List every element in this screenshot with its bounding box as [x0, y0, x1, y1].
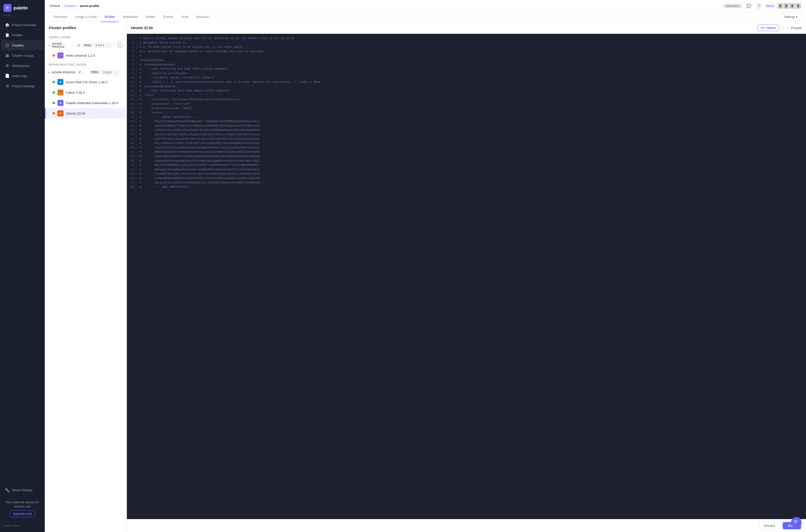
addon-more-icon[interactable]: ⋮ [112, 43, 115, 47]
search-fab-button[interactable]: 🔍 [791, 517, 802, 528]
code-editor[interactable]: 1234567891011121314151617181920212223242… [127, 34, 806, 519]
addon-proj-badge: PROJ [83, 43, 92, 47]
breadcrumb-clusters[interactable]: Clusters [64, 4, 76, 8]
dot-calico [53, 91, 55, 94]
profiles-icon: 📋 [5, 33, 10, 37]
infra-version-value: 1.0.0 [103, 71, 109, 74]
layer-calico[interactable]: 🐯 Calico 3.26.1 [45, 87, 127, 98]
tab-events[interactable]: Events [159, 12, 177, 22]
topbar-right: 129/100kCh 💬 ? Docs ▊ ▊ ▊ ▊ [723, 2, 801, 10]
sidebar-item-label: Project Overview [12, 23, 36, 27]
tab-workloads[interactable]: Workloads [119, 12, 142, 22]
audit-logs-icon: 📄 [5, 74, 10, 78]
environment-selector[interactable]: Default [50, 4, 60, 8]
sidebar-item-project-overview[interactable]: 🏠 Project Overview [1, 20, 43, 30]
topbar: Default / Clusters / azure-profile 129/1… [45, 0, 806, 12]
infra-profile-name: AZURE-PROFILE [52, 71, 76, 74]
tab-scan[interactable]: Scan [177, 12, 193, 22]
editor-more-icon[interactable]: ⋮ [782, 25, 786, 30]
help-icon-btn[interactable]: ? [756, 2, 763, 10]
tab-backups[interactable]: Backups [193, 12, 213, 22]
upgrade-button[interactable]: Upgrade now [9, 510, 36, 517]
sidebar-logo: P palette [0, 0, 45, 14]
dot-ubuntu [53, 112, 55, 115]
discard-button[interactable]: Discard [759, 522, 780, 530]
sidebar-item-audit-logs[interactable]: 📄 Audit Logs [1, 71, 43, 81]
icon-hello-universe: 🔮 [57, 53, 63, 58]
sidebar-item-label: Project Settings [12, 84, 35, 88]
addon-layers-label: ADDON LAYERS [45, 34, 127, 40]
sidebar-nav: 🏠 Project Overview 📋 Profiles ⬡ Clusters… [0, 20, 45, 482]
layer-azure-disk-csi[interactable]: A Azure Disk CSI Driver 1.28.3 [45, 77, 127, 87]
breadcrumb-sep-2: / [77, 4, 78, 8]
layer-ubuntu[interactable]: 🔶 Ubuntu 22.04 › [45, 108, 127, 119]
values-button[interactable]: </> Values [757, 25, 779, 31]
tab-profile[interactable]: Profile [101, 12, 119, 22]
sidebar-item-clusters[interactable]: ⬡ Clusters [1, 40, 43, 50]
infra-layers-label: INFRASTRUCTURE LAYERS [45, 61, 127, 68]
editor-header: Ubuntu 22.04 </> Values ⋮ ‹ Presets [127, 22, 806, 34]
chat-icon-btn[interactable]: 💬 [745, 2, 752, 10]
sidebar-item-workspaces[interactable]: ⊞ Workspaces [1, 61, 43, 71]
infra-more-icon[interactable]: ⋮ [119, 70, 123, 74]
infra-proj-badge: PROJ [90, 70, 100, 74]
project-settings-icon: ⚙ [5, 84, 10, 88]
presets-toggle[interactable]: ‹ Presets [788, 26, 802, 30]
sidebar-item-cluster-groups[interactable]: ▦ Cluster Groups [1, 51, 43, 60]
ubuntu-chevron-icon: › [122, 112, 123, 115]
layer-name-palette-k8s: Palette eXtended Kubernetes 1.30.4 [66, 101, 123, 105]
editor-file-title: Ubuntu 22.04 [131, 26, 755, 30]
layer-name-azure-disk: Azure Disk CSI Driver 1.28.3 [66, 80, 123, 84]
tab-overview[interactable]: Overview [50, 12, 71, 22]
editor-panel: Ubuntu 22.04 </> Values ⋮ ‹ Presets 1234… [127, 22, 806, 532]
infra-version-select[interactable]: 1.0.0 ▾ [101, 70, 118, 75]
layer-hello-universe[interactable]: 🔮 Hello Universe 1.2.0 [45, 50, 127, 61]
sidebar-item-profiles[interactable]: 📋 Profiles [1, 30, 43, 40]
sidebar-item-label: Profiles [12, 33, 23, 37]
infra-chevron-icon[interactable]: ▾ [49, 71, 50, 74]
presets-label: Presets [791, 26, 802, 30]
tenant-settings-icon: 🔧 [5, 488, 10, 492]
clusters-icon: ⬡ [5, 43, 10, 48]
layer-name-ubuntu: Ubuntu 22.04 [66, 112, 119, 115]
resource-badge: 129/100kCh [723, 4, 742, 8]
bottom-bar: Discard Save [127, 519, 806, 532]
content-area: Cluster profiles ADDON LAYERS ▾ AZURE-PR… [45, 22, 806, 532]
code-content[interactable]: # Spectro Golden images includes most of… [136, 34, 806, 519]
line-numbers: 1234567891011121314151617181920212223242… [127, 34, 136, 519]
add-layer-button[interactable]: + [117, 42, 123, 48]
sidebar-item-label: Tenant Settings [12, 489, 33, 492]
infra-profile-group: ▾ AZURE-PROFILE 🔗 PROJ 1.0.0 ▾ ⋮ A [45, 68, 127, 119]
settings-chevron-icon: ▾ [796, 15, 797, 19]
addon-version-select[interactable]: 1.0.0 ▾ [94, 43, 111, 48]
avatar-3: ▊ [790, 3, 795, 9]
icon-calico: 🐯 [57, 90, 63, 95]
main-content: Default / Clusters / azure-profile 129/1… [45, 0, 806, 532]
workspaces-icon: ⊞ [5, 63, 10, 68]
addon-profile-name: AZURE-PROFILE [52, 42, 75, 48]
tab-nodes[interactable]: Nodes [142, 12, 160, 22]
cluster-profiles-title: Cluster profiles [49, 25, 76, 30]
addon-profile-header: ▾ AZURE-PROFILE 🔗 PROJ 1.0.0 ▾ ⋮ + [45, 40, 127, 50]
topbar-left: Default / Clusters / azure-profile [50, 4, 721, 8]
addon-link-icon[interactable]: 🔗 [77, 44, 80, 47]
sidebar-item-label: Cluster Groups [12, 54, 34, 57]
sidebar-item-project-settings[interactable]: ⚙ Project Settings [1, 81, 43, 91]
avatar-2: ▊ [784, 3, 789, 9]
project-overview-icon: 🏠 [5, 23, 10, 27]
settings-dropdown[interactable]: Settings ▾ [781, 13, 801, 21]
addon-chevron-icon[interactable]: ▾ [49, 44, 50, 47]
sidebar-item-label: Audit Logs [12, 74, 27, 78]
layer-palette-k8s[interactable]: ⎈ Palette eXtended Kubernetes 1.30.4 [45, 98, 127, 108]
addon-version-group: PROJ 1.0.0 ▾ ⋮ [83, 43, 115, 48]
docs-link[interactable]: Docs [766, 4, 774, 8]
breadcrumb-sep-1: / [61, 4, 62, 8]
sidebar-item-label: Clusters [12, 43, 24, 47]
code-icon: </> [761, 26, 765, 30]
version-chevron-icon: ▾ [103, 44, 104, 47]
sidebar-item-tenant-settings[interactable]: 🔧 Tenant Settings [1, 485, 43, 495]
sidebar-collapse[interactable]: spectro cloud ‹ [0, 521, 45, 530]
infra-link-icon[interactable]: 🔗 [78, 71, 81, 74]
infra-profile-header: ▾ AZURE-PROFILE 🔗 PROJ 1.0.0 ▾ ⋮ [45, 68, 127, 77]
tab-usage-costs[interactable]: Usage & Costs [71, 12, 101, 22]
